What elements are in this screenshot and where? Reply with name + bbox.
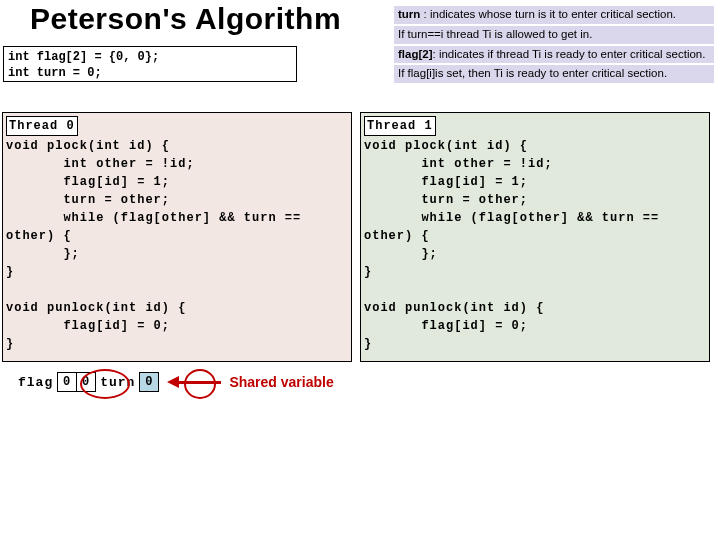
notes-pane: turn : indicates whose turn is it to ent… [394, 6, 714, 85]
turn-cell: 0 [139, 372, 159, 392]
thread-0-body: void plock(int id) { int other = !id; fl… [6, 139, 301, 351]
note-flag-cond: If flag[i]is set, then Ti is ready to en… [394, 65, 714, 83]
thread-1-header: Thread 1 [364, 116, 436, 136]
flag-cell-0: 0 [57, 372, 77, 392]
note-turn: turn : indicates whose turn is it to ent… [394, 6, 714, 24]
thread-1-body: void plock(int id) { int other = !id; fl… [364, 139, 659, 351]
ring-icon-flag [80, 369, 130, 399]
note-flag-cond-text: If flag[i]is set, then Ti is ready to en… [398, 67, 667, 79]
note-turn-cond-text: If turn==i thread Ti is allowed to get i… [398, 28, 592, 40]
decl-line-1: int flag[2] = {0, 0}; [8, 49, 292, 65]
decl-line-2: int turn = 0; [8, 65, 292, 81]
note-flag-term: flag[2] [398, 48, 433, 60]
note-flag-text: : indicates if thread Ti is ready to ent… [433, 48, 706, 60]
thread-1-code: Thread 1 void plock(int id) { int other … [360, 112, 710, 362]
note-flag: flag[2]: indicates if thread Ti is ready… [394, 46, 714, 64]
declarations-box: int flag[2] = {0, 0}; int turn = 0; [3, 46, 297, 82]
thread-0-code: Thread 0 void plock(int id) { int other … [2, 112, 352, 362]
thread-0-header: Thread 0 [6, 116, 78, 136]
note-turn-term: turn [398, 8, 420, 20]
ring-icon-turn [184, 369, 216, 399]
shared-label: Shared variable [229, 374, 333, 390]
shared-variables: flag 0 0 turn 0 Shared variable [18, 372, 334, 392]
page-title: Peterson's Algorithm [30, 2, 341, 36]
note-turn-cond: If turn==i thread Ti is allowed to get i… [394, 26, 714, 44]
flag-label: flag [18, 375, 53, 390]
note-turn-text: : indicates whose turn is it to enter cr… [420, 8, 676, 20]
